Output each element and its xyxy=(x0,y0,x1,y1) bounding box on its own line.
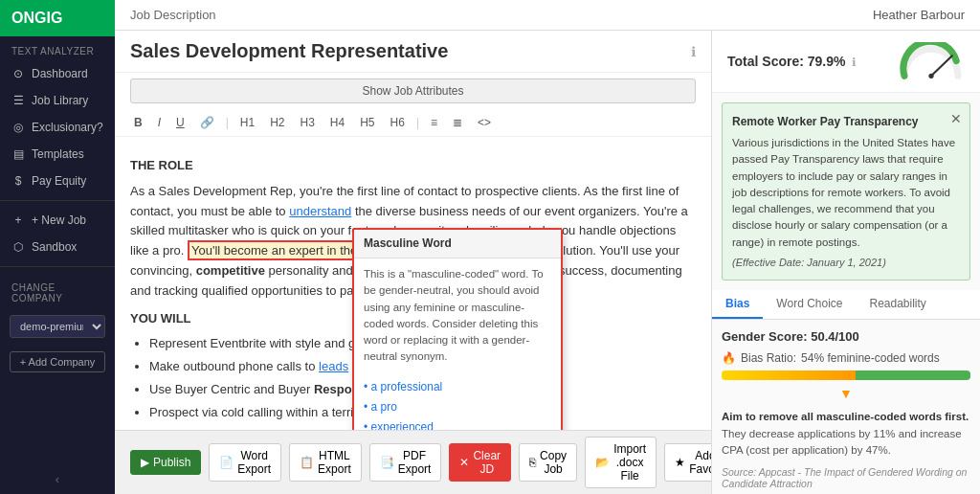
user-name: Heather Barbour xyxy=(873,8,965,22)
aim-text: Aim to remove all masculine-coded words … xyxy=(722,409,970,459)
score-section: Total Score: 79.9% ℹ xyxy=(712,31,980,93)
html-export-button[interactable]: 📋 HTML Export xyxy=(289,443,362,482)
h5-button[interactable]: H5 xyxy=(356,114,378,131)
show-attributes-button[interactable]: Show Job Attributes xyxy=(130,79,696,103)
pdf-export-button[interactable]: 📑 PDF Export xyxy=(369,443,442,482)
word-export-button[interactable]: 📄 Word Export xyxy=(209,443,281,482)
bold-button[interactable]: B xyxy=(130,114,146,131)
bias-ratio-label: Bias Ratio: xyxy=(741,351,796,365)
suggestion-professional[interactable]: a professional xyxy=(364,377,551,397)
suggestion-experienced[interactable]: experienced xyxy=(364,417,551,430)
job-info-icon: ℹ xyxy=(691,44,696,59)
masculine-bar xyxy=(722,370,856,380)
gender-score: Gender Score: 50.4/100 xyxy=(722,329,970,344)
editor-content[interactable]: THE ROLE As a Sales Development Rep, you… xyxy=(115,137,711,430)
h3-button[interactable]: H3 xyxy=(297,114,319,131)
clear-jd-button[interactable]: ✕ Clear JD xyxy=(449,443,511,482)
svg-point-1 xyxy=(928,74,933,79)
role-heading: THE ROLE xyxy=(130,156,696,176)
bias-ratio: 🔥 Bias Ratio: 54% feminine-coded words xyxy=(722,351,970,365)
editor-panel: Sales Development Representative ℹ Show … xyxy=(115,31,712,494)
h2-button[interactable]: H2 xyxy=(266,114,288,131)
company-select-container[interactable]: demo-premium xyxy=(10,315,105,338)
word-popup: Masculine Word This is a "masculine-code… xyxy=(352,228,563,430)
top-header: Job Description Heather Barbour xyxy=(115,0,980,31)
publish-button[interactable]: ▶ Publish xyxy=(130,450,201,475)
popup-header: Masculine Word xyxy=(354,230,561,258)
leads-word: leads xyxy=(319,359,348,373)
bottom-toolbar: ▶ Publish 📄 Word Export 📋 HTML Export 📑 … xyxy=(115,430,711,494)
understand-word: understand xyxy=(289,204,351,218)
clear-jd-label: Clear JD xyxy=(473,449,501,476)
sidebar-label-job-library: Job Library xyxy=(32,94,88,107)
templates-icon: ▤ xyxy=(11,147,25,161)
copy-job-button[interactable]: ⎘ Copy Job xyxy=(519,443,577,482)
new-job-icon: + xyxy=(11,213,25,227)
sidebar-item-pay-equity[interactable]: $ Pay Equity xyxy=(0,168,115,194)
sidebar: ONGIG TEXT ANALYZER ⊙ Dashboard ☰ Job Li… xyxy=(0,0,115,494)
import-docx-label: Import .docx File xyxy=(613,442,646,483)
add-favorites-icon: ★ xyxy=(675,456,685,469)
main-area: Job Description Heather Barbour Sales De… xyxy=(115,0,980,494)
import-docx-button[interactable]: 📂 Import .docx File xyxy=(585,437,657,488)
pay-equity-icon: $ xyxy=(11,174,25,188)
right-panel: Total Score: 79.9% ℹ Remote xyxy=(712,31,980,494)
competitive-word: competitive xyxy=(196,263,265,278)
job-title: Sales Development Representative xyxy=(130,40,448,62)
job-title-bar: Sales Development Representative ℹ xyxy=(115,31,711,73)
tabs-row: Bias Word Choice Readability xyxy=(712,290,980,320)
fire-icon: 🔥 xyxy=(722,351,736,365)
job-library-icon: ☰ xyxy=(11,94,25,107)
sidebar-divider-2 xyxy=(0,266,115,267)
add-company-button[interactable]: + Add Company xyxy=(10,351,105,372)
alert-box: Remote Worker Pay Transparency ✕ Various… xyxy=(722,102,970,281)
underline-button[interactable]: U xyxy=(172,114,189,131)
pdf-export-label: PDF Export xyxy=(398,449,432,476)
ol-button[interactable]: ≡ xyxy=(427,114,441,131)
logo[interactable]: ONGIG xyxy=(0,0,115,36)
sidebar-item-new-job[interactable]: + + New Job xyxy=(0,207,115,234)
import-docx-icon: 📂 xyxy=(595,456,610,469)
alert-close-button[interactable]: ✕ xyxy=(950,109,962,129)
publish-icon: ▶ xyxy=(141,456,149,469)
right-content: Gender Score: 50.4/100 🔥 Bias Ratio: 54%… xyxy=(712,320,980,494)
sidebar-item-exclusionary[interactable]: ◎ Exclusionary? xyxy=(0,114,115,141)
score-gauge xyxy=(898,42,965,80)
logo-text: ONGIG xyxy=(11,10,62,27)
add-favorites-label: Add To Favorites xyxy=(689,449,712,476)
code-button[interactable]: <> xyxy=(474,114,495,131)
sidebar-item-dashboard[interactable]: ⊙ Dashboard xyxy=(0,60,115,87)
tab-word-choice[interactable]: Word Choice xyxy=(763,290,856,319)
clear-jd-icon: ✕ xyxy=(459,456,469,469)
sidebar-item-sandbox[interactable]: ⬡ Sandbox xyxy=(0,234,115,260)
tab-readability[interactable]: Readability xyxy=(857,290,940,319)
ul-button[interactable]: ≣ xyxy=(449,114,466,131)
editor-toolbar: B I U 🔗 | H1 H2 H3 H4 H5 H6 | ≡ ≣ <> xyxy=(115,109,711,137)
add-favorites-button[interactable]: ★ Add To Favorites xyxy=(664,443,712,482)
tab-bias[interactable]: Bias xyxy=(712,290,763,319)
sidebar-item-job-library[interactable]: ☰ Job Library xyxy=(0,87,115,114)
sidebar-divider xyxy=(0,200,115,201)
toolbar-separator-2: | xyxy=(416,116,419,129)
popup-suggestions: a professional a pro experienced adept s… xyxy=(354,373,561,430)
sidebar-collapse-button[interactable]: ‹ xyxy=(0,464,115,494)
company-dropdown[interactable]: demo-premium xyxy=(10,315,105,338)
html-export-icon: 📋 xyxy=(300,456,314,469)
feminine-bar xyxy=(856,370,970,380)
source-link: Source: Appcast - The Impact of Gendered… xyxy=(722,466,970,489)
h1-button[interactable]: H1 xyxy=(236,114,258,131)
change-company-label: Change Company xyxy=(0,273,115,307)
content-area: Sales Development Representative ℹ Show … xyxy=(115,31,980,494)
link-button[interactable]: 🔗 xyxy=(196,114,218,131)
suggestion-pro[interactable]: a pro xyxy=(364,397,551,417)
copy-job-label: Copy Job xyxy=(540,449,567,476)
sidebar-item-templates[interactable]: ▤ Templates xyxy=(0,141,115,168)
h6-button[interactable]: H6 xyxy=(387,114,409,131)
h4-button[interactable]: H4 xyxy=(326,114,348,131)
score-info-icon: ℹ xyxy=(852,56,857,69)
word-export-icon: 📄 xyxy=(219,456,234,469)
breadcrumb: Job Description xyxy=(130,8,216,22)
sidebar-label-exclusionary: Exclusionary? xyxy=(32,121,103,134)
italic-button[interactable]: I xyxy=(154,114,165,131)
gauge-svg xyxy=(898,42,965,80)
